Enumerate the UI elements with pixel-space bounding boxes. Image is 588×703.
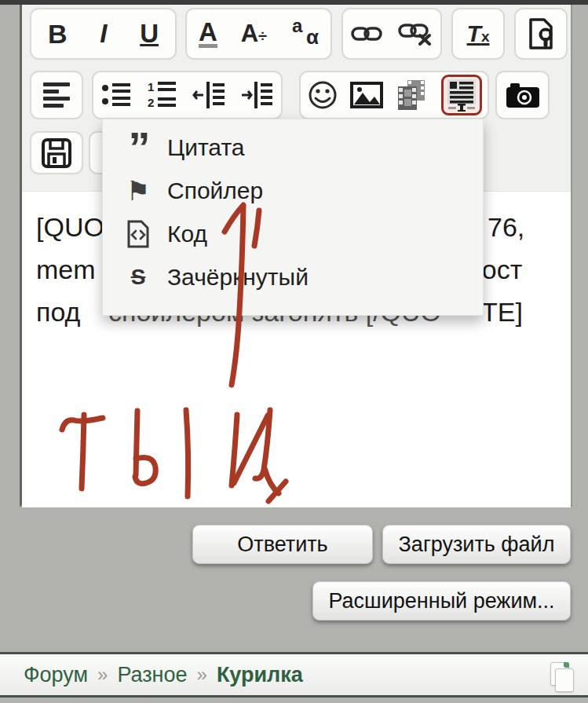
breadcrumb-bar: Форум » Разное » Курилка — [0, 652, 588, 698]
page-sheet-front — [555, 668, 574, 692]
menu-item-code[interactable]: Код — [103, 212, 483, 255]
menu-item-quote[interactable]: ” Цитата — [103, 126, 483, 169]
svg-text:2: 2 — [148, 96, 154, 109]
camera-button[interactable] — [495, 71, 550, 119]
breadcrumb-link-misc[interactable]: Разное — [117, 663, 187, 687]
outdent-icon[interactable] — [192, 80, 225, 110]
editor-panel: B I U A A÷ a α Tx — [20, 5, 572, 507]
change-case-button[interactable]: a α — [290, 18, 319, 49]
case-small-letter: a — [292, 15, 302, 37]
pages-copy-icon[interactable] — [549, 662, 575, 694]
quote-icon: ” — [120, 140, 156, 156]
green-dot — [564, 662, 569, 668]
italic-button[interactable]: I — [100, 19, 107, 49]
page-wrench-icon — [527, 17, 555, 50]
font-size-button[interactable]: A÷ — [241, 20, 267, 48]
font-color-button[interactable]: A — [199, 20, 217, 48]
floppy-icon — [42, 138, 71, 168]
camera-icon — [506, 82, 540, 108]
quote-bbcode-fragment: mem — [36, 254, 96, 285]
image-icon[interactable] — [350, 82, 383, 108]
smiley-icon[interactable] — [307, 79, 338, 111]
film-icon[interactable] — [395, 79, 429, 112]
align-button[interactable] — [30, 71, 83, 119]
quote-bbcode-fragment: 76, — [488, 212, 524, 243]
underline-button[interactable]: U — [140, 19, 159, 49]
insert-link-icon[interactable] — [351, 23, 382, 45]
bullet-list-icon[interactable] — [101, 81, 131, 109]
reply-button[interactable]: Ответить — [192, 525, 373, 564]
align-left-icon — [43, 82, 70, 108]
page-settings-button[interactable] — [514, 8, 568, 60]
quote-bbcode-fragment: под — [36, 297, 80, 328]
breadcrumb-separator: » — [97, 664, 108, 686]
menu-item-spoiler[interactable]: ⚑ Спойлер — [103, 169, 483, 212]
link-group — [341, 8, 442, 60]
menu-item-strikethrough[interactable]: S Зачёркнутый — [103, 255, 483, 298]
font-group: A A÷ a α — [185, 8, 332, 60]
case-alpha-letter: α — [306, 25, 319, 49]
quote-bbcode-fragment: ТЕ] — [481, 297, 523, 328]
upload-file-button[interactable]: Загрузить файл — [382, 525, 571, 564]
block-format-button[interactable] — [441, 75, 482, 115]
bold-button[interactable]: B — [48, 19, 68, 49]
numbered-list-icon[interactable]: 1 2 — [146, 80, 177, 110]
format-group: B I U — [30, 8, 177, 60]
svg-text:1: 1 — [148, 80, 154, 93]
code-icon — [120, 220, 156, 248]
breadcrumb-current-page: Курилка — [217, 663, 303, 687]
remove-link-icon[interactable] — [398, 22, 433, 46]
breadcrumb-link-forum[interactable]: Форум — [24, 663, 88, 687]
flag-icon: ⚑ — [120, 175, 156, 207]
media-group — [299, 71, 489, 119]
breadcrumb-separator: » — [197, 664, 207, 686]
indent-icon[interactable] — [240, 80, 273, 110]
advanced-mode-button[interactable]: Расширенный режим... — [312, 581, 571, 621]
remove-format-button[interactable]: Tx — [451, 8, 505, 60]
list-group: 1 2 — [92, 71, 283, 119]
block-format-dropdown: ” Цитата ⚑ Спойлер Код S Зачёркнутый — [102, 119, 484, 316]
block-format-icon — [447, 79, 477, 112]
save-button[interactable] — [30, 131, 83, 174]
strikethrough-icon: S — [120, 265, 156, 290]
